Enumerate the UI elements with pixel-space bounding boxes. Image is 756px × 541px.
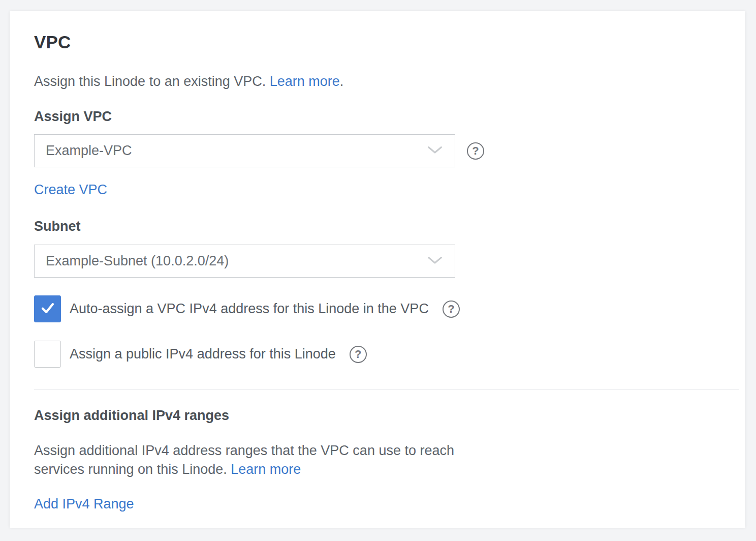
chevron-down-icon	[427, 146, 443, 156]
create-vpc-link[interactable]: Create VPC	[34, 182, 107, 197]
assign-vpc-selected-value: Example-VPC	[46, 143, 132, 159]
ipv4-ranges-description: Assign additional IPv4 address ranges th…	[34, 441, 476, 479]
subnet-label: Subnet	[34, 219, 721, 234]
auto-assign-ipv4-help-icon[interactable]: ?	[443, 300, 460, 318]
subnet-row: Example-Subnet (10.0.2.0/24)	[34, 245, 721, 278]
auto-assign-ipv4-label: Auto-assign a VPC IPv4 address for this …	[70, 301, 429, 317]
add-ipv4-range-link[interactable]: Add IPv4 Range	[34, 496, 134, 512]
auto-assign-ipv4-row: Auto-assign a VPC IPv4 address for this …	[34, 295, 721, 322]
assign-vpc-help-icon[interactable]: ?	[467, 142, 484, 160]
auto-assign-ipv4-checkbox[interactable]	[34, 295, 61, 322]
assign-vpc-label: Assign VPC	[34, 109, 721, 124]
chevron-down-icon	[427, 256, 443, 266]
vpc-intro-sentence: Assign this Linode to an existing VPC.	[34, 74, 270, 89]
public-ipv4-row: Assign a public IPv4 address for this Li…	[34, 341, 721, 368]
vpc-panel-content: VPC Assign this Linode to an existing VP…	[10, 11, 745, 528]
public-ipv4-help-icon[interactable]: ?	[350, 346, 367, 363]
subnet-selected-value: Example-Subnet (10.0.2.0/24)	[46, 253, 229, 269]
learn-more-link[interactable]: Learn more	[270, 74, 340, 89]
vpc-panel: VPC Assign this Linode to an existing VP…	[10, 11, 745, 528]
vpc-intro-text: Assign this Linode to an existing VPC. L…	[34, 73, 721, 89]
checkmark-icon	[39, 299, 56, 319]
public-ipv4-label: Assign a public IPv4 address for this Li…	[70, 346, 336, 362]
assign-vpc-select[interactable]: Example-VPC	[34, 134, 455, 167]
subnet-select[interactable]: Example-Subnet (10.0.2.0/24)	[34, 245, 455, 278]
section-divider	[34, 389, 739, 389]
ipv4-learn-more-link[interactable]: Learn more	[231, 462, 301, 477]
public-ipv4-checkbox[interactable]	[34, 341, 61, 368]
vpc-intro-period: .	[340, 74, 344, 89]
assign-vpc-row: Example-VPC ?	[34, 134, 721, 167]
page-title: VPC	[34, 33, 721, 52]
ipv4-ranges-title: Assign additional IPv4 ranges	[34, 408, 721, 423]
